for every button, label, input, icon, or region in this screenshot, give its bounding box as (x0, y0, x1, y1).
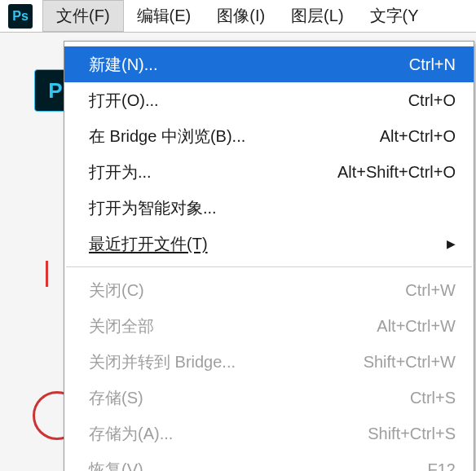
menu-entry-shortcut: Shift+Ctrl+S (351, 420, 456, 447)
menu-entry-shortcut: Ctrl+W (389, 277, 456, 303)
menu-entry-shortcut: Alt+Shift+Ctrl+O (321, 159, 456, 185)
menu-entry-label: 关闭全部 (89, 313, 154, 339)
menu-entry-label: 打开(O)... (89, 87, 159, 113)
menu-item-label: 文字(Y (370, 5, 419, 27)
menu-item-label: 图像(I) (217, 5, 265, 27)
menu-entry: 关闭(C)Ctrl+W (64, 272, 474, 308)
menu-entry-label: 关闭(C) (89, 277, 144, 303)
menu-entry-shortcut: Ctrl+S (394, 385, 456, 411)
menu-entry-shortcut: Ctrl+N (393, 51, 456, 77)
menu-item[interactable]: 文字(Y (357, 0, 432, 32)
file-menu-dropdown: 新建(N)...Ctrl+N打开(O)...Ctrl+O在 Bridge 中浏览… (64, 41, 474, 471)
menu-entry-label: 在 Bridge 中浏览(B)... (89, 123, 245, 149)
menu-entry-shortcut: Ctrl+O (392, 87, 456, 113)
menu-entry-shortcut: Shift+Ctrl+W (347, 349, 456, 375)
menu-entry-shortcut: Alt+Ctrl+W (360, 313, 456, 339)
menu-entry-label: 打开为智能对象... (89, 195, 217, 221)
menu-item-label: 图层(L) (291, 5, 343, 27)
menu-item[interactable]: 编辑(E) (124, 0, 205, 32)
decoration-bar (46, 261, 60, 287)
menu-entry[interactable]: 打开为...Alt+Shift+Ctrl+O (64, 154, 474, 190)
menu-entry-shortcut: F12 (412, 456, 456, 471)
menu-entry-label: 存储为(A)... (89, 420, 173, 447)
menu-entry[interactable]: 打开(O)...Ctrl+O (64, 82, 474, 118)
app-logo: Ps (8, 4, 33, 29)
menu-entry: 存储(S)Ctrl+S (64, 380, 474, 416)
menu-item-label: 编辑(E) (137, 5, 192, 27)
menu-entry-label: 恢复(V) (89, 456, 143, 471)
menu-item-label: 文件(F) (56, 5, 110, 27)
menu-entry[interactable]: 打开为智能对象... (64, 190, 474, 226)
menu-entry-shortcut: Alt+Ctrl+O (364, 123, 456, 149)
menu-entry-label: 打开为... (89, 159, 152, 185)
app-logo-text: Ps (12, 9, 29, 24)
chevron-right-icon: ▶ (430, 235, 456, 253)
menu-entry: 关闭全部Alt+Ctrl+W (64, 308, 474, 344)
menu-entry[interactable]: 最近打开文件(T)▶ (64, 226, 474, 262)
menu-entry[interactable]: 在 Bridge 中浏览(B)...Alt+Ctrl+O (64, 118, 474, 154)
menu-entry-label: 新建(N)... (89, 51, 157, 77)
menu-entry-label: 存储(S) (89, 385, 143, 411)
menu-entry[interactable]: 新建(N)...Ctrl+N (64, 46, 474, 82)
menu-item[interactable]: 文件(F) (42, 0, 124, 32)
menu-item[interactable]: 图层(L) (278, 0, 356, 32)
menu-entry: 关闭并转到 Bridge...Shift+Ctrl+W (64, 344, 474, 380)
menu-entry-label: 最近打开文件(T) (89, 231, 208, 257)
workspace: P 新建(N)...Ctrl+N打开(O)...Ctrl+O在 Bridge 中… (0, 33, 476, 471)
menu-entry: 存储为(A)...Shift+Ctrl+S (64, 416, 474, 451)
menubar: Ps 文件(F)编辑(E)图像(I)图层(L)文字(Y (0, 0, 476, 33)
menu-entry: 恢复(V)F12 (64, 451, 474, 471)
menu-entry-label: 关闭并转到 Bridge... (89, 349, 236, 375)
document-logo-text: P (48, 78, 62, 103)
menu-item[interactable]: 图像(I) (204, 0, 278, 32)
menu-separator (66, 266, 472, 267)
